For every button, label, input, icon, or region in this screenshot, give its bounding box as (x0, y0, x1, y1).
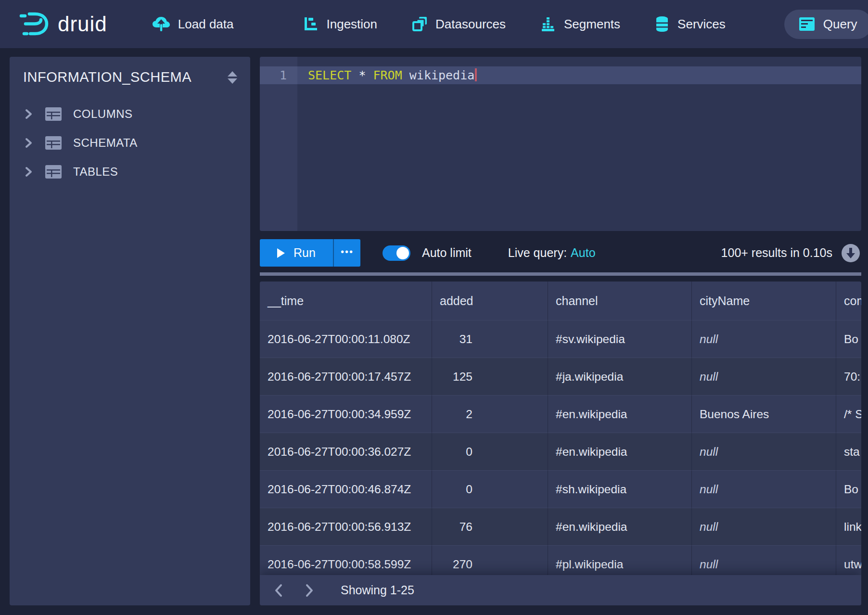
live-query-control: Live query:Auto (508, 246, 596, 260)
live-query-label: Live query: (508, 246, 567, 259)
cell-added[interactable]: 2 (432, 395, 548, 433)
druid-console: druid Load data (0, 0, 868, 615)
schema-header: INFORMATION_SCHEMA (10, 57, 250, 88)
results-table-panel: __time added channel cityName comment 20… (260, 282, 861, 605)
column-header-cityname[interactable]: cityName (692, 282, 836, 320)
cell-cityname[interactable]: null (692, 470, 836, 508)
cell-added[interactable]: 76 (432, 508, 548, 545)
cell-time[interactable]: 2016-06-27T00:00:46.874Z (260, 470, 432, 508)
editor-gutter: 1 (260, 57, 297, 231)
nav-item-datasources[interactable]: Datasources (401, 9, 516, 39)
cell-comment[interactable]: /* S (836, 395, 861, 433)
cell-comment[interactable]: sta (836, 433, 861, 470)
toggle-switch-on[interactable] (383, 245, 410, 261)
table-row: 2016-06-27T00:00:36.027Z 0 #en.wikipedia… (260, 433, 861, 470)
run-button-group: Run ••• (260, 239, 360, 267)
sql-table-name: wikipedia (409, 68, 474, 82)
prev-page-button[interactable] (267, 579, 291, 602)
cell-comment[interactable]: link (836, 508, 861, 545)
druid-brand[interactable]: druid (19, 11, 107, 38)
run-button[interactable]: Run (260, 239, 333, 267)
cell-channel[interactable]: #en.wikipedia (548, 395, 692, 433)
database-icon (655, 16, 669, 32)
auto-limit-toggle[interactable]: Auto limit (383, 245, 472, 261)
nav-item-label: Ingestion (327, 17, 378, 32)
cell-time[interactable]: 2016-06-27T00:00:36.027Z (260, 433, 432, 470)
tree-item-columns[interactable]: COLUMNS (10, 100, 250, 128)
table-icon (45, 107, 62, 121)
nav-item-load-data[interactable]: Load data (142, 9, 244, 39)
cell-channel[interactable]: #en.wikipedia (548, 508, 692, 545)
results-summary: 100+ results in 0.10s (721, 246, 832, 260)
cell-comment[interactable]: Bo (836, 470, 861, 508)
nav-item-label: Datasources (435, 17, 506, 32)
bar-chart-icon (540, 16, 556, 32)
cell-channel[interactable]: #en.wikipedia (548, 433, 692, 470)
cell-time[interactable]: 2016-06-27T00:00:17.457Z (260, 358, 432, 395)
schema-selector[interactable]: INFORMATION_SCHEMA (23, 69, 191, 85)
cell-added[interactable]: 0 (432, 433, 548, 470)
table-row: 2016-06-27T00:00:56.913Z 76 #en.wikipedi… (260, 508, 861, 545)
cell-channel[interactable]: #sv.wikipedia (548, 320, 692, 358)
cell-channel[interactable]: #ja.wikipedia (548, 358, 692, 395)
column-header-channel[interactable]: channel (548, 282, 692, 320)
sql-keyword: FROM (373, 68, 402, 82)
cell-cityname[interactable]: null (692, 508, 836, 545)
tree-item-tables[interactable]: TABLES (10, 157, 250, 186)
cell-cityname[interactable]: null (692, 358, 836, 395)
cell-comment[interactable]: Bo (836, 320, 861, 358)
cell-time[interactable]: 2016-06-27T00:00:11.080Z (260, 320, 432, 358)
druid-logo-icon (19, 11, 49, 38)
cell-cityname[interactable]: null (692, 320, 836, 358)
sql-query-line: SELECT * FROM wikipedia (297, 66, 861, 84)
cell-added[interactable]: 31 (432, 320, 548, 358)
results-body: 2016-06-27T00:00:11.080Z 31 #sv.wikipedi… (260, 320, 861, 583)
chevron-right-icon (23, 138, 34, 148)
schema-explorer-panel: INFORMATION_SCHEMA (10, 57, 250, 605)
double-caret-vertical-icon[interactable] (226, 70, 239, 85)
nav-item-ingestion[interactable]: Ingestion (293, 9, 388, 39)
cell-channel[interactable]: #sh.wikipedia (548, 470, 692, 508)
table-row: 2016-06-27T00:00:17.457Z 125 #ja.wikiped… (260, 358, 861, 395)
cell-added[interactable]: 0 (432, 470, 548, 508)
pagination-bar: Showing 1-25 (260, 575, 861, 605)
nav-item-services[interactable]: Services (644, 9, 736, 39)
cell-cityname[interactable]: Buenos Aires (692, 395, 836, 433)
cell-comment[interactable]: 70: (836, 358, 861, 395)
chevron-right-icon (23, 109, 34, 119)
sql-editor[interactable]: 1 SELECT * FROM wikipedia (260, 57, 861, 231)
cell-added[interactable]: 125 (432, 358, 548, 395)
nav-item-label: Segments (564, 17, 620, 32)
results-header-row: __time added channel cityName comment (260, 282, 861, 320)
query-workbench: 1 SELECT * FROM wikipedia Run ••• A (260, 57, 861, 605)
cell-time[interactable]: 2016-06-27T00:00:56.913Z (260, 508, 432, 545)
run-button-label: Run (294, 246, 316, 260)
run-controls-bar: Run ••• Auto limit Live query:Auto 100+ … (260, 239, 861, 267)
panel-splitter[interactable] (260, 272, 861, 276)
table-icon (45, 165, 62, 179)
run-more-options-button[interactable]: ••• (333, 239, 360, 267)
sql-keyword: SELECT (308, 68, 351, 82)
gantt-chart-icon (303, 16, 319, 32)
nav-item-query[interactable]: Query (784, 10, 868, 39)
tree-item-schemata[interactable]: SCHEMATA (10, 128, 250, 157)
brand-name: druid (58, 12, 107, 36)
tree-item-label: TABLES (73, 165, 118, 179)
nav-item-segments[interactable]: Segments (530, 9, 631, 39)
column-header-added[interactable]: added (432, 282, 548, 320)
cell-cityname[interactable]: null (692, 433, 836, 470)
live-query-mode-link[interactable]: Auto (571, 246, 595, 259)
tree-item-label: SCHEMATA (73, 136, 138, 150)
auto-limit-label: Auto limit (422, 246, 472, 260)
column-header-comment[interactable]: comment (836, 282, 861, 320)
cell-time[interactable]: 2016-06-27T00:00:34.959Z (260, 395, 432, 433)
line-number: 1 (260, 66, 297, 84)
multi-panel-icon (412, 16, 427, 32)
next-page-button[interactable] (297, 579, 321, 602)
tree-item-label: COLUMNS (73, 107, 133, 121)
toggle-knob (396, 247, 409, 259)
download-icon[interactable] (841, 243, 860, 263)
column-header-time[interactable]: __time (260, 282, 432, 320)
text-cursor (475, 68, 477, 81)
editor-code-area[interactable]: SELECT * FROM wikipedia (297, 57, 861, 231)
